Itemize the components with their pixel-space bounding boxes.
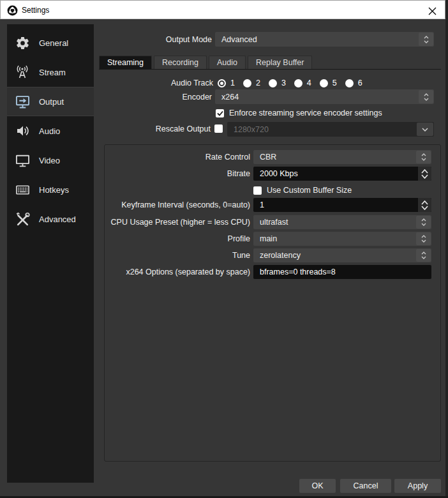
bitrate-label: Bitrate — [108, 167, 250, 181]
keyboard-icon — [14, 182, 31, 198]
settings-window: Settings General — [0, 0, 448, 498]
apply-button[interactable]: Apply — [394, 479, 441, 493]
audio-track-option-6[interactable]: 6 — [345, 79, 362, 87]
audio-track-option-5[interactable]: 5 — [320, 79, 337, 87]
tune-select[interactable]: zerolatency — [253, 248, 431, 262]
rescale-resolution-select: 1280x720 — [227, 122, 434, 137]
keyframe-interval-spinbox[interactable]: 1 — [253, 198, 431, 212]
ok-button[interactable]: OK — [299, 479, 336, 493]
radio-selected-icon[interactable] — [218, 79, 226, 87]
sidebar-item-label: Hotkeys — [39, 185, 69, 195]
bitrate-spinbox[interactable]: 2000 Kbps — [253, 167, 431, 181]
audio-track-option-3[interactable]: 3 — [269, 79, 286, 87]
sidebar-item-label: Audio — [39, 126, 60, 136]
tab-streaming[interactable]: Streaming — [99, 56, 152, 69]
spinner-arrows-icon[interactable] — [416, 151, 431, 163]
spinbox-arrows-icon[interactable] — [418, 198, 431, 212]
enforce-encoder-settings-row: Enforce streaming service encoder settin… — [216, 107, 382, 119]
x264-options-value: bframes=0 threads=8 — [260, 268, 336, 276]
spinner-arrows-icon[interactable] — [419, 90, 433, 103]
close-icon[interactable] — [427, 6, 437, 16]
spinner-arrows-icon[interactable] — [416, 232, 431, 245]
monitor-icon — [14, 153, 31, 169]
sidebar-item-label: Video — [39, 156, 60, 165]
keyframe-interval-label: Keyframe Interval (seconds, 0=auto) — [108, 198, 250, 212]
tools-icon — [14, 211, 31, 227]
audio-track-radio-group: 1 2 3 4 5 6 — [218, 76, 371, 90]
sidebar-item-label: Output — [39, 97, 64, 107]
sidebar-item-audio[interactable]: Audio — [7, 116, 94, 146]
encoder-select[interactable]: x264 — [215, 89, 434, 104]
bitrate-value: 2000 Kbps — [260, 169, 298, 178]
output-mode-label: Output Mode — [99, 33, 212, 47]
output-mode-select[interactable]: Advanced — [215, 32, 434, 47]
radio-icon[interactable] — [320, 79, 328, 87]
gear-icon — [14, 36, 31, 50]
audio-track-option-1[interactable]: 1 — [218, 79, 235, 87]
sidebar-item-label: General — [39, 38, 68, 48]
cpu-preset-select[interactable]: ultrafast — [253, 215, 431, 229]
tune-label: Tune — [108, 248, 250, 262]
x264-options-label: x264 Options (separated by space) — [108, 265, 250, 279]
sidebar-item-stream[interactable]: Stream — [7, 57, 94, 87]
custom-buffer-size-label: Use Custom Buffer Size — [267, 186, 352, 195]
window-title: Settings — [22, 6, 49, 15]
cancel-button[interactable]: Cancel — [340, 479, 391, 493]
encoder-label: Encoder — [99, 90, 212, 104]
rate-control-select[interactable]: CBR — [253, 150, 431, 164]
tab-audio[interactable]: Audio — [209, 56, 246, 69]
checkbox-checked-icon[interactable] — [216, 109, 224, 117]
radio-icon[interactable] — [345, 79, 354, 87]
rate-control-value: CBR — [260, 153, 276, 162]
spinner-arrows-icon[interactable] — [416, 249, 431, 262]
profile-select[interactable]: main — [253, 232, 431, 246]
speaker-icon — [14, 123, 31, 139]
enforce-encoder-settings-label: Enforce streaming service encoder settin… — [229, 109, 382, 117]
profile-label: Profile — [108, 232, 250, 246]
audio-track-option-2[interactable]: 2 — [243, 79, 260, 87]
x264-options-input[interactable]: bframes=0 threads=8 — [253, 265, 431, 279]
sidebar-item-general[interactable]: General — [7, 28, 94, 57]
sidebar-item-video[interactable]: Video — [7, 146, 94, 175]
keyframe-interval-value: 1 — [260, 200, 264, 209]
rescale-resolution-value: 1280x720 — [234, 125, 269, 134]
background-window-edge-right — [445, 0, 448, 498]
spinner-arrows-icon[interactable] — [419, 33, 433, 46]
audio-track-label: Audio Track — [99, 76, 213, 90]
tune-value: zerolatency — [260, 251, 301, 260]
custom-buffer-size-row: Use Custom Buffer Size — [253, 185, 352, 196]
encoder-value: x264 — [221, 93, 239, 102]
rescale-output-label: Rescale Output — [99, 122, 211, 136]
output-monitor-arrow-icon — [14, 94, 31, 110]
radio-icon[interactable] — [243, 79, 251, 87]
sidebar-item-label: Advanced — [39, 215, 76, 224]
sidebar-item-output[interactable]: Output — [7, 87, 94, 116]
checkbox-unchecked-icon[interactable] — [253, 186, 262, 195]
sidebar-item-advanced[interactable]: Advanced — [7, 204, 94, 234]
obs-logo-icon — [7, 5, 18, 19]
tab-replay-buffer[interactable]: Replay Buffer — [248, 56, 313, 69]
output-tabbar: Streaming Recording Audio Replay Buffer — [99, 56, 314, 69]
sidebar-item-hotkeys[interactable]: Hotkeys — [7, 175, 94, 204]
profile-value: main — [260, 234, 277, 243]
radio-icon[interactable] — [294, 79, 302, 87]
tabbar-baseline — [99, 69, 441, 70]
settings-sidebar: General Stream — [7, 24, 94, 483]
tab-recording[interactable]: Recording — [154, 56, 207, 69]
spinbox-arrows-icon[interactable] — [418, 167, 431, 181]
titlebar: Settings — [0, 0, 445, 19]
cpu-preset-value: ultrafast — [260, 218, 288, 227]
cpu-preset-label: CPU Usage Preset (higher = less CPU) — [108, 215, 250, 229]
sidebar-item-label: Stream — [39, 68, 66, 77]
output-mode-value: Advanced — [221, 35, 257, 44]
rescale-checkbox-unchecked[interactable] — [214, 124, 223, 133]
radio-icon[interactable] — [269, 79, 277, 87]
spinner-arrows-icon[interactable] — [416, 216, 431, 229]
rate-control-label: Rate Control — [108, 150, 250, 164]
audio-track-option-4[interactable]: 4 — [294, 79, 311, 87]
dropdown-chevron-icon — [417, 123, 433, 136]
broadcast-icon — [14, 64, 31, 80]
